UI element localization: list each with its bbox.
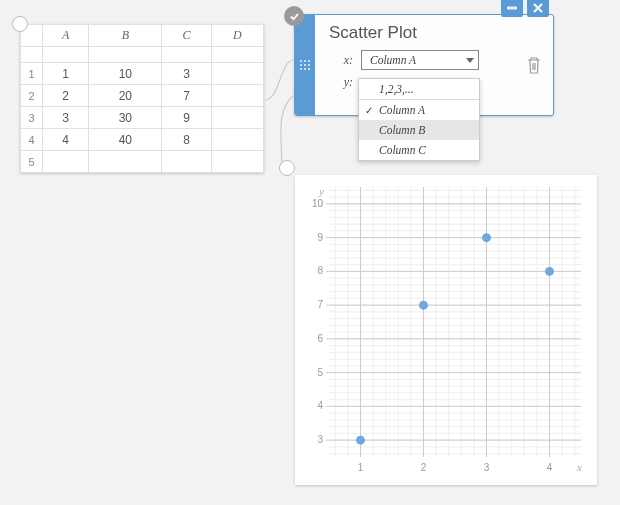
table-cell[interactable]: 1 [43, 63, 89, 85]
data-point[interactable] [482, 233, 491, 242]
close-button[interactable] [527, 0, 549, 17]
table-cell[interactable]: 7 [162, 85, 211, 107]
table-cell[interactable] [211, 63, 263, 85]
svg-text:9: 9 [317, 232, 323, 243]
table-row: 33309 [21, 107, 264, 129]
table-cell[interactable] [89, 151, 162, 173]
row-header[interactable]: 4 [21, 129, 43, 151]
data-point[interactable] [545, 267, 554, 276]
row-header[interactable]: 5 [21, 151, 43, 173]
dropdown-option-label: Column C [379, 144, 426, 156]
svg-text:7: 7 [317, 299, 323, 310]
table-cell[interactable] [43, 151, 89, 173]
table-cell[interactable] [211, 107, 263, 129]
svg-text:3: 3 [484, 462, 490, 473]
table-cell[interactable]: 40 [89, 129, 162, 151]
x-axis-label: x: [329, 53, 353, 68]
dropdown-option[interactable]: ✓Column A [359, 100, 479, 120]
scatter-titlebar [501, 0, 549, 17]
svg-text:6: 6 [317, 333, 323, 344]
svg-text:3: 3 [317, 434, 323, 445]
svg-text:1: 1 [358, 462, 364, 473]
x-column-select[interactable]: Column A [361, 50, 479, 70]
table-row: 22207 [21, 85, 264, 107]
col-header[interactable]: A [43, 25, 89, 47]
table-row: 11103 [21, 63, 264, 85]
svg-text:10: 10 [312, 198, 324, 209]
table-cell[interactable]: 3 [162, 63, 211, 85]
dropdown-option[interactable]: Column B [359, 120, 479, 140]
svg-point-2 [515, 7, 517, 9]
data-table-panel: A B C D 111032220733309444085 [20, 24, 264, 173]
col-header[interactable]: B [89, 25, 162, 47]
table-header-row: A B C D [21, 25, 264, 47]
data-table[interactable]: A B C D 111032220733309444085 [20, 24, 264, 173]
table-subheader-row [21, 47, 264, 63]
table-handle[interactable] [12, 16, 28, 32]
svg-text:x: x [576, 461, 582, 473]
svg-text:4: 4 [547, 462, 553, 473]
plot-handle[interactable] [279, 160, 295, 176]
svg-text:y: y [318, 185, 324, 197]
selected-badge [284, 6, 304, 26]
dropdown-option-label: Column B [379, 124, 425, 136]
table-cell[interactable]: 9 [162, 107, 211, 129]
data-point[interactable] [419, 301, 428, 310]
svg-text:4: 4 [317, 400, 323, 411]
check-icon: ✓ [365, 105, 373, 116]
table-row: 5 [21, 151, 264, 173]
scatter-plot[interactable]: 1234345678910xy [301, 181, 591, 479]
col-header[interactable]: D [211, 25, 263, 47]
dropdown-option-label: 1,2,3,... [379, 83, 414, 95]
scatter-plot-panel: 1234345678910xy [295, 175, 597, 485]
table-cell[interactable]: 3 [43, 107, 89, 129]
svg-text:8: 8 [317, 265, 323, 276]
table-cell[interactable]: 20 [89, 85, 162, 107]
table-cell[interactable]: 2 [43, 85, 89, 107]
chevron-down-icon [466, 58, 474, 63]
scatter-title: Scatter Plot [329, 23, 541, 43]
x-column-value: Column A [370, 54, 416, 66]
dropdown-option-label: Column A [379, 104, 425, 116]
delete-button[interactable] [525, 55, 543, 75]
column-dropdown: 1,2,3,...✓Column AColumn BColumn C [358, 78, 480, 161]
table-cell[interactable] [162, 151, 211, 173]
row-header[interactable]: 3 [21, 107, 43, 129]
svg-text:5: 5 [317, 367, 323, 378]
svg-point-0 [508, 7, 510, 9]
svg-text:2: 2 [421, 462, 427, 473]
table-cell[interactable]: 10 [89, 63, 162, 85]
row-header[interactable]: 1 [21, 63, 43, 85]
svg-point-1 [511, 7, 513, 9]
table-cell[interactable]: 30 [89, 107, 162, 129]
table-row: 44408 [21, 129, 264, 151]
data-point[interactable] [356, 436, 365, 445]
table-cell[interactable] [211, 151, 263, 173]
y-axis-label: y: [329, 75, 353, 90]
row-header[interactable]: 2 [21, 85, 43, 107]
col-header[interactable]: C [162, 25, 211, 47]
dropdown-option[interactable]: Column C [359, 140, 479, 160]
dropdown-option[interactable]: 1,2,3,... [359, 79, 479, 100]
table-cell[interactable] [211, 85, 263, 107]
drag-handle[interactable] [295, 15, 315, 115]
more-button[interactable] [501, 0, 523, 17]
table-cell[interactable] [211, 129, 263, 151]
table-cell[interactable]: 8 [162, 129, 211, 151]
table-cell[interactable]: 4 [43, 129, 89, 151]
